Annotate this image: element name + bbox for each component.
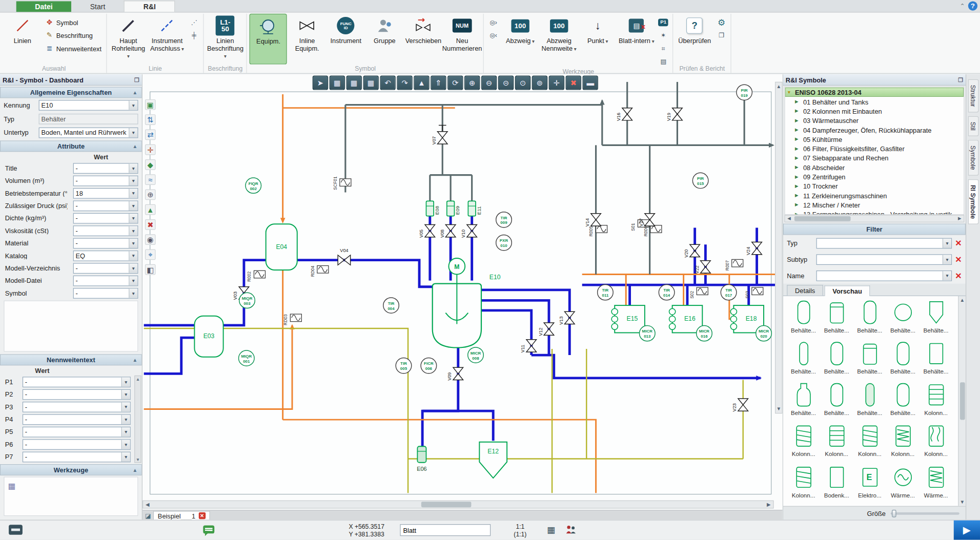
inline-symbol[interactable] — [697, 287, 708, 295]
nennweitentext-select-button[interactable]: ≣Nennweitentext — [43, 43, 104, 54]
tree-item[interactable]: ▶07 Siebapparate und Rechen — [785, 153, 964, 162]
tree-item[interactable]: ▶12 Mischer / Kneter — [785, 200, 964, 209]
inline-symbol[interactable] — [317, 266, 329, 274]
inline-symbol[interactable] — [340, 179, 351, 186]
tree-item[interactable]: ▶08 Abscheider — [785, 162, 964, 172]
symbol-cell[interactable]: Kolonn... — [920, 381, 953, 421]
inline-symbol[interactable] — [732, 259, 743, 267]
attribute-value-combobox[interactable]: -▼ — [73, 288, 138, 299]
instrument-arrow-down-button[interactable]: ◎‹ — [486, 29, 500, 41]
pin-icon[interactable]: ❐ — [958, 76, 963, 82]
instrument-button[interactable]: FUNCID Instrument — [327, 14, 364, 65]
section-nennweitentext[interactable]: Nennweitentext▲ — [0, 354, 142, 365]
symbol-cell[interactable]: Kolonn... — [886, 422, 920, 462]
document-tab[interactable]: Beispiel___1 ✕ — [153, 511, 210, 520]
tree-collapse-icon[interactable]: ▶ — [795, 164, 801, 170]
symbol-cell[interactable]: Kolonn... — [820, 422, 853, 462]
canvas-tool-button[interactable]: ↷ — [397, 76, 412, 90]
scroll-left-icon[interactable]: ◀ — [143, 502, 152, 507]
close-tab-icon[interactable]: ✕ — [198, 512, 205, 519]
attribute-value-combobox[interactable]: 18▼ — [73, 188, 138, 198]
tree-item[interactable]: ▶11 Zerkleinerungsmaschinen — [785, 191, 964, 200]
symbol-cell[interactable]: Kolonn... — [787, 422, 820, 462]
attribute-value-combobox[interactable]: EQ▼ — [73, 250, 138, 261]
canvas-tool-button[interactable]: ▦ — [363, 76, 378, 90]
nennweiten-value-combobox[interactable]: -▼ — [23, 377, 131, 387]
attribute-value-combobox[interactable]: -▼ — [73, 200, 138, 211]
tab-details[interactable]: Details — [787, 285, 823, 296]
tree-item[interactable]: ▶02 Kolonnen mit Einbauten — [785, 106, 964, 115]
blatt-input[interactable] — [400, 524, 491, 536]
inline-symbol[interactable] — [254, 271, 265, 278]
canvas-mini-tool[interactable]: ✛ — [145, 144, 156, 155]
canvas-mini-tool[interactable]: ◧ — [145, 264, 156, 275]
filter-name-combobox[interactable]: ▼ — [816, 270, 952, 281]
symbol-cell[interactable]: Behälte... — [787, 340, 820, 380]
symbol-cell[interactable]: Behälte... — [920, 299, 953, 339]
comment-bubble-icon[interactable] — [203, 525, 214, 533]
canvas-mini-tool[interactable]: ▣ — [145, 99, 156, 110]
slider-handle[interactable] — [892, 509, 896, 517]
dashed-line-button[interactable]: ⋰ — [187, 16, 201, 28]
symbol-cell[interactable]: Behälte... — [787, 299, 820, 339]
haupt-rohrleitung-button[interactable]: Haupt Rohrleitung — [110, 14, 147, 65]
attribute-value-combobox[interactable]: -▼ — [73, 163, 138, 174]
canvas-tool-button[interactable]: ⟳ — [447, 76, 463, 90]
symbol-cell[interactable]: Wärme... — [920, 464, 953, 504]
canvas-tool-button[interactable]: ↶ — [380, 76, 395, 90]
scroll-thumb[interactable] — [421, 502, 472, 507]
table-icon[interactable]: ▦ — [547, 525, 555, 535]
canvas-tool-button[interactable]: ➤ — [313, 76, 328, 90]
canvas-tool-button[interactable]: ✖ — [566, 76, 581, 90]
tree-item[interactable]: ▶09 Zentrifugen — [785, 172, 964, 181]
plotter-icon[interactable] — [9, 525, 23, 535]
linien-button[interactable]: Linien — [4, 14, 41, 65]
canvas-mini-tool[interactable]: ◉ — [145, 234, 156, 245]
neu-nummerieren-button[interactable]: NUM Neu Nummerieren — [443, 14, 481, 65]
tree-collapse-icon[interactable]: ▶ — [795, 136, 801, 141]
collapse-ribbon-icon[interactable]: ⌃ — [959, 3, 965, 9]
side-tab-ri-symbole[interactable]: RI Symbole — [968, 179, 978, 224]
tab-datei[interactable]: Datei — [16, 1, 71, 12]
tree-item[interactable]: ▶13 Formgebungsmaschinen - Verarbeitung … — [785, 209, 964, 215]
drawing-canvas-area[interactable]: R002RD04RD03R005R006R007SCF01S01S02S03E0… — [142, 74, 783, 520]
canvas-tool-button[interactable]: ⊖ — [481, 76, 497, 90]
nennweiten-value-combobox[interactable]: -▼ — [23, 426, 131, 437]
copy-report-icon[interactable]: ❐ — [714, 29, 728, 41]
verschieben-button[interactable]: Verschieben — [404, 14, 442, 65]
scroll-right-icon[interactable]: ▶ — [955, 216, 964, 221]
symbol-cell[interactable]: Behälte... — [820, 381, 853, 421]
canvas-vertical-scrollbar[interactable]: ▲▼ — [775, 82, 783, 413]
symbol-cell[interactable]: Behälte... — [787, 381, 820, 421]
attribute-value-combobox[interactable]: -▼ — [73, 263, 138, 274]
inline-symbol[interactable] — [650, 225, 662, 233]
settings-gear-icon[interactable]: ⚙ — [714, 16, 728, 28]
canvas-mini-tool[interactable]: ◆ — [145, 159, 156, 170]
users-icon[interactable] — [566, 525, 577, 536]
grid-vertical-scrollbar[interactable]: ▲▼ — [958, 296, 966, 506]
clear-filter-icon[interactable]: ✕ — [955, 255, 962, 264]
symbol-cell[interactable]: Kolonn... — [853, 422, 886, 462]
canvas-tool-button[interactable]: ▲ — [414, 76, 429, 90]
help-icon[interactable]: ? — [968, 1, 977, 10]
tab-vorschau[interactable]: Vorschau — [824, 285, 870, 296]
inline-symbol[interactable] — [596, 225, 607, 233]
pin-icon[interactable]: ❐ — [134, 76, 139, 82]
side-tab-symbole[interactable]: Symbole — [968, 140, 978, 175]
nennweiten-value-combobox[interactable]: -▼ — [23, 401, 131, 412]
nennweiten-value-combobox[interactable]: -▼ — [23, 414, 131, 425]
untertyp-combobox[interactable]: Boden, Mantel und Rührwerk▼ — [39, 127, 138, 138]
canvas-tool-button[interactable]: ▦ — [346, 76, 362, 90]
p1-badge-button[interactable]: P1 — [657, 16, 670, 28]
line-junction-button[interactable]: ╪ — [187, 29, 201, 41]
tab-ri[interactable]: R&I — [124, 1, 175, 12]
canvas-tool-button[interactable]: ✛ — [549, 76, 564, 90]
symbol-cell[interactable]: Behälte... — [886, 381, 920, 421]
symbol-cell[interactable]: Bodenk... — [820, 464, 853, 504]
ueberpruefen-button[interactable]: ? Überprüfen — [676, 14, 713, 65]
tree-collapse-icon[interactable]: ▶ — [795, 118, 801, 123]
tree-collapse-icon[interactable]: ▶ — [795, 183, 801, 189]
canvas-tool-button[interactable]: ⊕ — [464, 76, 480, 90]
next-page-button[interactable]: ▶ — [954, 521, 980, 540]
scroll-right-icon[interactable]: ▶ — [764, 502, 773, 507]
